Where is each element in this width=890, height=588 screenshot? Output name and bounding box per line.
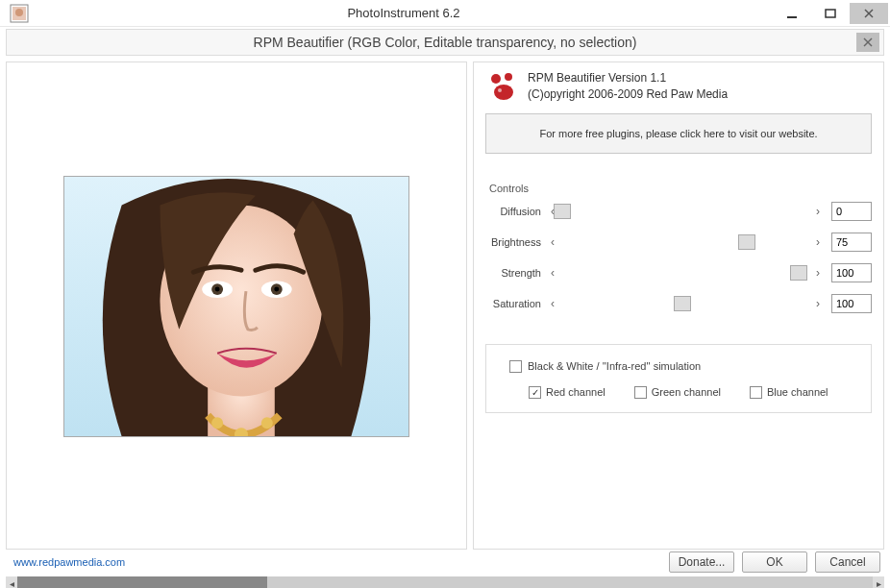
donate-button[interactable]: Donate... (669, 551, 734, 573)
preview-panel (6, 61, 467, 550)
slider-thumb[interactable] (738, 234, 755, 250)
slider-right-arrow[interactable]: › (812, 205, 824, 218)
slider-thumb[interactable] (554, 204, 571, 219)
control-label: Saturation (485, 298, 547, 309)
plugin-copyright: (C)opyright 2006-2009 Red Paw Media (528, 86, 728, 103)
red-channel-checkbox[interactable] (529, 386, 541, 399)
slider-right-arrow[interactable]: › (812, 297, 824, 310)
slider-track[interactable] (562, 265, 808, 281)
website-info-link[interactable]: For more free plugins, please click here… (485, 113, 872, 154)
green-channel-option: Green channel (634, 386, 721, 399)
strength-slider[interactable]: ‹› (547, 263, 824, 282)
bw-simulation-group: Black & White / ''Infra-red'' simulation… (485, 344, 872, 413)
slider-right-arrow[interactable]: › (812, 266, 824, 280)
window-minimize-button[interactable] (773, 3, 811, 24)
channel-label: Blue channel (767, 386, 828, 398)
slider-track[interactable] (562, 204, 808, 219)
plugin-name-version: RPM Beautifier Version 1.1 (528, 70, 728, 86)
slider-track[interactable] (562, 234, 808, 250)
plugin-logo-icon (485, 70, 518, 103)
red-channel-option: Red channel (529, 386, 606, 399)
svg-point-21 (491, 74, 501, 84)
slider-left-arrow[interactable]: ‹ (547, 266, 558, 280)
slider-right-arrow[interactable]: › (812, 235, 824, 249)
slider-thumb[interactable] (790, 265, 807, 281)
control-row-strength: Strength‹› (485, 263, 872, 282)
preview-image (63, 176, 409, 437)
slider-thumb[interactable] (674, 296, 691, 311)
dialog-footer: www.redpawmedia.com Donate... OK Cancel (0, 551, 890, 576)
strength-value-input[interactable] (831, 263, 872, 282)
svg-point-2 (15, 9, 23, 16)
saturation-slider[interactable]: ‹› (547, 294, 824, 313)
horizontal-scrollbar[interactable]: ◂ ▸ (6, 576, 884, 588)
diffusion-slider[interactable]: ‹› (547, 202, 824, 221)
channel-label: Red channel (546, 386, 606, 398)
green-channel-checkbox[interactable] (634, 386, 647, 399)
control-row-diffusion: Diffusion‹› (485, 202, 872, 221)
brightness-value-input[interactable] (831, 233, 872, 252)
blue-channel-option: Blue channel (750, 386, 828, 399)
bw-label: Black & White / ''Infra-red'' simulation (528, 360, 701, 372)
slider-track[interactable] (562, 296, 808, 311)
window-titlebar: PhotoInstrument 6.2 (0, 0, 890, 27)
slider-left-arrow[interactable]: ‹ (547, 297, 558, 310)
bw-checkbox[interactable] (509, 360, 522, 373)
cancel-button[interactable]: Cancel (815, 551, 880, 573)
svg-point-17 (274, 287, 279, 292)
slider-left-arrow[interactable]: ‹ (547, 235, 558, 249)
dialog-close-button[interactable] (856, 33, 879, 52)
scroll-right-arrow[interactable]: ▸ (873, 576, 884, 588)
diffusion-value-input[interactable] (831, 202, 872, 221)
controls-group: Controls Diffusion‹›Brightness‹›Strength… (485, 183, 872, 325)
app-icon (10, 4, 29, 23)
brightness-slider[interactable]: ‹› (547, 233, 824, 252)
scroll-thumb[interactable] (17, 576, 267, 588)
control-label: Brightness (485, 236, 547, 248)
svg-point-23 (494, 85, 513, 100)
plugin-header-text: RPM Beautifier Version 1.1 (C)opyright 2… (528, 70, 728, 104)
window-close-button[interactable] (850, 3, 888, 24)
dialog-title: RPM Beautifier (RGB Color, Editable tran… (254, 35, 637, 50)
control-label: Diffusion (485, 206, 547, 217)
ok-button[interactable]: OK (742, 551, 807, 573)
scroll-left-arrow[interactable]: ◂ (6, 576, 17, 588)
dialog-header: RPM Beautifier (RGB Color, Editable tran… (6, 29, 884, 56)
svg-point-20 (261, 417, 273, 429)
window-title: PhotoInstrument 6.2 (35, 6, 773, 20)
channel-label: Green channel (652, 386, 721, 398)
saturation-value-input[interactable] (831, 294, 872, 313)
controls-legend: Controls (485, 183, 872, 194)
control-row-brightness: Brightness‹› (485, 233, 872, 252)
settings-panel: RPM Beautifier Version 1.1 (C)opyright 2… (473, 61, 884, 550)
svg-point-22 (505, 73, 512, 81)
svg-rect-4 (826, 10, 835, 17)
svg-point-16 (215, 287, 220, 292)
control-row-saturation: Saturation‹› (485, 294, 872, 313)
website-link[interactable]: www.redpawmedia.com (13, 556, 125, 568)
window-maximize-button[interactable] (811, 3, 850, 24)
svg-point-24 (498, 88, 502, 92)
control-label: Strength (485, 267, 547, 279)
blue-channel-checkbox[interactable] (750, 386, 762, 399)
svg-point-18 (211, 417, 223, 429)
